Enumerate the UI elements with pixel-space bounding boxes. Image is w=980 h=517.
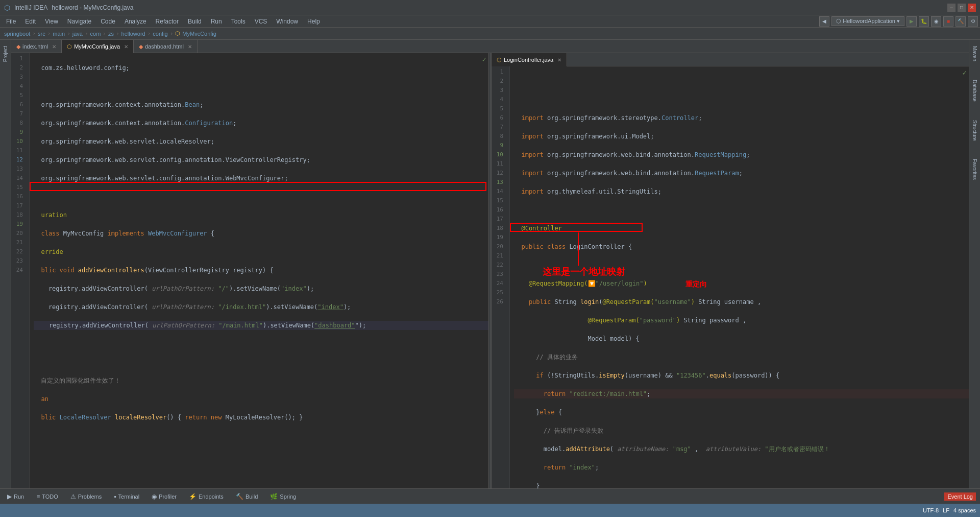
breadcrumb-java[interactable]: java [72, 31, 83, 37]
profiler-icon: ◉ [152, 493, 157, 500]
tab-logincontroller-label: LoginController.java [504, 57, 553, 63]
tab-index-html-label: index.html [22, 43, 48, 50]
event-log-tool[interactable]: Event Log [944, 492, 976, 501]
run-config-selector[interactable]: ⬡ HellowordApplication ▾ [831, 16, 904, 26]
structure-tab[interactable]: Structure [970, 116, 979, 145]
favorites-tab[interactable]: Favorites [970, 155, 979, 184]
left-editor-pane: 1 2 3 4 5 6 7 8 9 10 11 12 13 [11, 53, 488, 488]
problems-tool[interactable]: ⚠ Problems [67, 492, 105, 501]
breadcrumb-class[interactable]: MyMvcConfig [182, 31, 216, 37]
tab-dashboard-html[interactable]: ◆ dashboard.html ✕ [134, 40, 198, 53]
tabs-left: ◆ index.html ✕ ⬡ MyMvcConfig.java ✕ ◆ da… [11, 40, 969, 53]
debug-button[interactable]: 🐛 [919, 16, 929, 27]
status-bar: UTF-8 LF 4 spaces [0, 504, 980, 517]
breadcrumb-springboot[interactable]: springboot [4, 31, 30, 37]
left-code-area[interactable]: 1 2 3 4 5 6 7 8 9 10 11 12 13 [11, 53, 488, 488]
menu-window[interactable]: Window [272, 17, 302, 26]
menu-tools[interactable]: Tools [227, 17, 250, 26]
maximize-button[interactable]: □ [958, 4, 966, 12]
spring-label: Spring [280, 494, 296, 500]
build-tool[interactable]: 🔨 Build [233, 492, 261, 501]
breadcrumb-main[interactable]: main [53, 31, 65, 37]
run-button[interactable]: ▶ [906, 16, 917, 27]
problems-label: Problems [78, 494, 102, 500]
app-name: IntelliJ IDEA [14, 4, 47, 11]
breadcrumb-helloword[interactable]: helloword [121, 31, 145, 37]
settings-button[interactable]: ⚙ [968, 16, 978, 27]
tab-logincontroller-close[interactable]: ✕ [557, 57, 561, 63]
run-tool[interactable]: ▶ Run [4, 492, 27, 501]
left-sidebar: Project [0, 40, 11, 488]
todo-tool[interactable]: ≡ TODO [33, 492, 61, 501]
endpoints-tool[interactable]: ⚡ Endpoints [186, 492, 227, 501]
status-indent: 4 spaces [953, 507, 976, 513]
status-line-sep: LF [943, 507, 949, 513]
breadcrumb-src[interactable]: src [38, 31, 45, 37]
terminal-tool[interactable]: ▪ Terminal [111, 492, 142, 501]
menu-refactor[interactable]: Refactor [152, 17, 183, 26]
title-bar: ⬡ IntelliJ IDEA helloword - MyMvcConfig.… [0, 0, 980, 15]
tab-mymvcconfig-close[interactable]: ✕ [124, 44, 128, 50]
menu-edit[interactable]: Edit [21, 17, 40, 26]
menu-navigate[interactable]: Navigate [63, 17, 95, 26]
split-editor: 1 2 3 4 5 6 7 8 9 10 11 12 13 [11, 53, 969, 488]
editor-area: ◆ index.html ✕ ⬡ MyMvcConfig.java ✕ ◆ da… [11, 40, 969, 488]
database-tab[interactable]: Database [970, 76, 979, 106]
profiler-label: Profiler [159, 494, 177, 500]
run-icon: ▶ [7, 493, 12, 500]
menu-run[interactable]: Run [207, 17, 226, 26]
menu-build[interactable]: Build [184, 17, 206, 26]
right-editor-pane: ⬡ LoginController.java ✕ 1 2 3 4 5 [491, 53, 969, 488]
tab-mymvcconfig-label: MyMvcConfig.java [74, 43, 120, 50]
close-button[interactable]: ✕ [968, 4, 976, 12]
menu-code[interactable]: Code [96, 17, 119, 26]
todo-label: TODO [42, 494, 58, 500]
app-icon: ⬡ [4, 4, 10, 12]
breadcrumb-zs[interactable]: zs [108, 31, 114, 37]
window-controls[interactable]: – □ ✕ [947, 4, 976, 12]
spring-tool[interactable]: 🌿 Spring [267, 492, 299, 501]
todo-icon: ≡ [36, 493, 40, 500]
title-left: ⬡ IntelliJ IDEA helloword - MyMvcConfig.… [4, 4, 133, 12]
tab-html-icon: ◆ [16, 43, 20, 50]
tab-dashboard-close[interactable]: ✕ [188, 44, 192, 50]
back-button[interactable]: ◀ [819, 16, 829, 27]
problems-icon: ⚠ [70, 493, 76, 500]
tab-logincontroller-java[interactable]: ⬡ LoginController.java ✕ [492, 53, 567, 66]
menu-vcs[interactable]: VCS [251, 17, 272, 26]
tab-dashboard-label: dashboard.html [145, 43, 184, 50]
right-sidebar: Maven Database Structure Favorites [969, 40, 980, 488]
menu-view[interactable]: View [41, 17, 62, 26]
menu-file[interactable]: File [2, 17, 20, 26]
breadcrumb-config[interactable]: config [153, 31, 167, 37]
menu-analyze[interactable]: Analyze [120, 17, 151, 26]
build-button[interactable]: 🔨 [955, 16, 966, 27]
stop-button[interactable]: ■ [943, 16, 953, 27]
event-log-label: Event Log [947, 494, 973, 500]
minimize-button[interactable]: – [947, 4, 955, 12]
endpoints-icon: ⚡ [189, 493, 197, 500]
status-right: UTF-8 LF 4 spaces [923, 507, 976, 513]
tab-mymvcconfig-java[interactable]: ⬡ MyMvcConfig.java ✕ [62, 40, 134, 53]
terminal-label: Terminal [118, 494, 140, 500]
run-label: Run [14, 494, 24, 500]
terminal-icon: ▪ [114, 493, 116, 500]
breadcrumb-com[interactable]: com [90, 31, 101, 37]
right-code-area[interactable]: 1 2 3 4 5 6 7 8 9 10 11 12 13 [492, 66, 969, 488]
toolbar-right: ◀ ⬡ HellowordApplication ▾ ▶ 🐛 ◉ ■ 🔨 ⚙ [819, 16, 978, 27]
breadcrumb-icon: ⬡ [175, 30, 180, 37]
profiler-tool[interactable]: ◉ Profiler [149, 492, 180, 501]
main-area: Project ◆ index.html ✕ ⬡ MyMvcConfig.jav… [0, 40, 980, 488]
tab-login-icon: ⬡ [497, 57, 502, 63]
tab-dashboard-icon: ◆ [139, 43, 143, 50]
right-tabs-row: ⬡ LoginController.java ✕ [492, 53, 969, 66]
maven-tab[interactable]: Maven [970, 42, 979, 65]
tab-index-html[interactable]: ◆ index.html ✕ [11, 40, 62, 53]
sidebar-project-tab[interactable]: Project [1, 42, 10, 66]
profile-button[interactable]: ◉ [931, 16, 941, 27]
status-encoding: UTF-8 [923, 507, 939, 513]
build-label: Build [246, 494, 258, 500]
tab-index-html-close[interactable]: ✕ [52, 44, 56, 50]
title-text: helloword - MyMvcConfig.java [52, 4, 133, 11]
menu-help[interactable]: Help [303, 17, 324, 26]
